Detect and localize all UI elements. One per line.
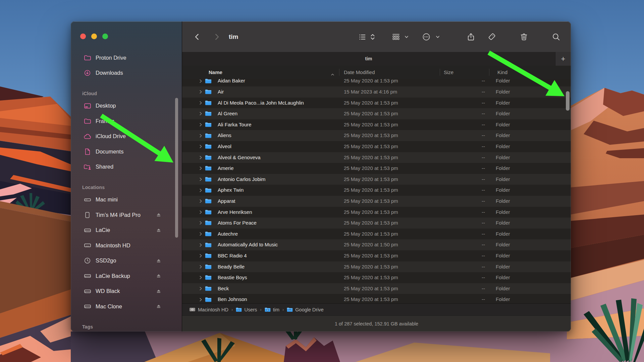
more-actions-button[interactable]	[421, 32, 431, 42]
file-row[interactable]: Beastie Boys25 May 2020 at 1:53 pm--Fold…	[182, 272, 571, 283]
file-row[interactable]: Autechre25 May 2020 at 1:53 pm--Folder	[182, 229, 571, 240]
file-row[interactable]: Amerie25 May 2020 at 1:53 pm--Folder	[182, 163, 571, 174]
view-sort-chevrons-icon[interactable]	[369, 32, 376, 42]
disclosure-chevron-icon[interactable]	[199, 210, 202, 214]
content-area: tim tim + Name	[182, 21, 571, 331]
disclosure-chevron-icon[interactable]	[199, 276, 202, 280]
file-row[interactable]: BBC Radio 425 May 2020 at 1:53 pm--Folde…	[182, 250, 571, 261]
sidebar-item-proton-drive[interactable]: Proton Drive	[83, 52, 179, 63]
sidebar-item-label: Documents	[96, 148, 123, 155]
file-row[interactable]: Al Green25 May 2020 at 1:53 pm--Folder	[182, 108, 571, 119]
minimize-button[interactable]	[91, 34, 97, 39]
path-item-users[interactable]: Users	[236, 307, 257, 312]
column-header-name[interactable]: Name	[209, 66, 222, 79]
search-button[interactable]	[551, 32, 561, 42]
path-item-macintosh-hd[interactable]: Macintosh HD	[189, 307, 228, 312]
file-row[interactable]: Al Di Meola Paco...ia John McLaughlin25 …	[182, 98, 571, 109]
eject-icon[interactable]	[156, 273, 162, 279]
zoom-button[interactable]	[102, 34, 108, 39]
sidebar-item-lacie-backup[interactable]: LaCie Backup	[83, 270, 179, 282]
disclosure-chevron-icon[interactable]	[199, 232, 202, 236]
disclosure-chevron-icon[interactable]	[199, 144, 202, 149]
path-item-tim[interactable]: tim	[265, 307, 279, 312]
close-button[interactable]	[80, 34, 86, 39]
disclosure-chevron-icon[interactable]	[199, 243, 202, 247]
file-date-modified: 25 May 2020 at 1:53 pm	[344, 229, 398, 240]
share-button[interactable]	[466, 32, 476, 42]
file-row[interactable]: Aphex Twin25 May 2020 at 1:53 pm--Folder	[182, 185, 571, 196]
disclosure-chevron-icon[interactable]	[199, 101, 202, 105]
chevron-down-icon[interactable]	[404, 34, 409, 40]
disclosure-chevron-icon[interactable]	[199, 221, 202, 225]
disclosure-chevron-icon[interactable]	[199, 123, 202, 127]
file-row[interactable]: Air15 Mar 2023 at 4:16 pm--Folder	[182, 86, 571, 98]
file-row[interactable]: Antonio Carlos Jobim25 May 2020 at 1:53 …	[182, 174, 571, 185]
disclosure-chevron-icon[interactable]	[199, 133, 202, 138]
file-name: Air	[218, 86, 224, 98]
disclosure-chevron-icon[interactable]	[199, 90, 202, 94]
file-row[interactable]: Aidan Baker25 May 2020 at 1:53 pm--Folde…	[182, 79, 571, 86]
back-button[interactable]	[192, 32, 202, 42]
trash-button[interactable]	[519, 32, 529, 42]
file-row[interactable]: Arve Henriksen25 May 2020 at 1:53 pm--Fo…	[182, 207, 571, 218]
sidebar-item-tim-s-m4-ipad-pro[interactable]: Tim’s M4 iPad Pro	[83, 209, 179, 221]
file-row[interactable]: Beck25 May 2020 at 1:53 pm--Folder	[182, 283, 571, 294]
group-by-icon[interactable]	[391, 32, 401, 42]
new-tab-button[interactable]: +	[555, 52, 571, 66]
eject-icon[interactable]	[156, 304, 162, 309]
disclosure-chevron-icon[interactable]	[199, 166, 202, 171]
file-row[interactable]: Ben Johnson25 May 2020 at 1:53 pm--Folde…	[182, 294, 571, 303]
file-row[interactable]: Alveol25 May 2020 at 1:53 pm--Folder	[182, 141, 571, 152]
folder-icon	[205, 79, 212, 83]
sidebar-item-lacie[interactable]: LaCie	[83, 225, 179, 236]
path-item-google-drive[interactable]: Google Drive	[287, 307, 324, 312]
file-row[interactable]: Beady Belle25 May 2020 at 1:53 pm--Folde…	[182, 261, 571, 273]
disclosure-chevron-icon[interactable]	[199, 254, 202, 258]
file-row[interactable]: Automatically Add to Music25 May 2020 at…	[182, 239, 571, 250]
file-row[interactable]: Apparat25 May 2020 at 1:53 pm--Folder	[182, 196, 571, 207]
list-view-icon[interactable]	[357, 32, 367, 42]
sidebar-item-mac-mini[interactable]: Mac mini	[83, 194, 179, 205]
file-row[interactable]: Ali Farka Toure25 May 2020 at 1:53 pm--F…	[182, 119, 571, 130]
file-row[interactable]: Aliens25 May 2020 at 1:53 pm--Folder	[182, 130, 571, 141]
tab-tim[interactable]: tim	[182, 52, 555, 66]
disclosure-chevron-icon[interactable]	[199, 188, 202, 192]
eject-icon[interactable]	[156, 228, 162, 233]
file-name: Arve Henriksen	[218, 207, 252, 218]
sidebar-item-macintosh-hd[interactable]: Macintosh HD	[83, 240, 179, 251]
forward-button[interactable]	[212, 32, 222, 42]
sidebar-item-documents[interactable]: Documents	[83, 146, 179, 157]
disclosure-chevron-icon[interactable]	[199, 264, 202, 269]
column-header-kind[interactable]: Kind	[497, 66, 507, 79]
file-row[interactable]: Atoms For Peace25 May 2020 at 1:53 pm--F…	[182, 218, 571, 229]
tag-button[interactable]	[487, 32, 497, 42]
sidebar-item-frames[interactable]: Frames	[83, 115, 179, 127]
sidebar-item-ssd2go[interactable]: SSD2go	[83, 255, 179, 266]
sidebar-scrollbar[interactable]	[175, 98, 178, 238]
disclosure-chevron-icon[interactable]	[199, 297, 202, 302]
sidebar-item-shared[interactable]: Shared	[83, 161, 179, 173]
sidebar-item-downloads[interactable]: Downloads	[83, 67, 179, 79]
sidebar-item-desktop[interactable]: Desktop	[83, 100, 179, 112]
file-date-modified: 25 May 2020 at 1:53 pm	[344, 141, 398, 152]
chevron-down-icon[interactable]	[435, 34, 440, 40]
disk-icon	[189, 307, 196, 312]
path-item-label: Macintosh HD	[198, 307, 228, 312]
eject-icon[interactable]	[156, 289, 162, 294]
column-header-size[interactable]: Size	[444, 66, 453, 79]
sidebar-item-mac-clone[interactable]: Mac Clone	[83, 301, 179, 312]
path-item-label: Users	[244, 307, 257, 312]
list-scrollbar[interactable]	[566, 91, 570, 111]
disclosure-chevron-icon[interactable]	[199, 177, 202, 182]
disclosure-chevron-icon[interactable]	[199, 112, 202, 116]
sidebar-item-wd-black[interactable]: WD Black	[83, 286, 179, 297]
disclosure-chevron-icon[interactable]	[199, 79, 202, 83]
column-header-date-modified[interactable]: Date Modified	[344, 66, 375, 79]
disclosure-chevron-icon[interactable]	[199, 287, 202, 291]
eject-icon[interactable]	[156, 212, 162, 218]
sidebar-item-icloud-drive[interactable]: iCloud Drive	[83, 131, 179, 142]
disclosure-chevron-icon[interactable]	[199, 155, 202, 160]
file-row[interactable]: Alveol & Genoveva25 May 2020 at 1:53 pm-…	[182, 152, 571, 163]
disclosure-chevron-icon[interactable]	[199, 199, 202, 203]
eject-icon[interactable]	[156, 258, 162, 263]
